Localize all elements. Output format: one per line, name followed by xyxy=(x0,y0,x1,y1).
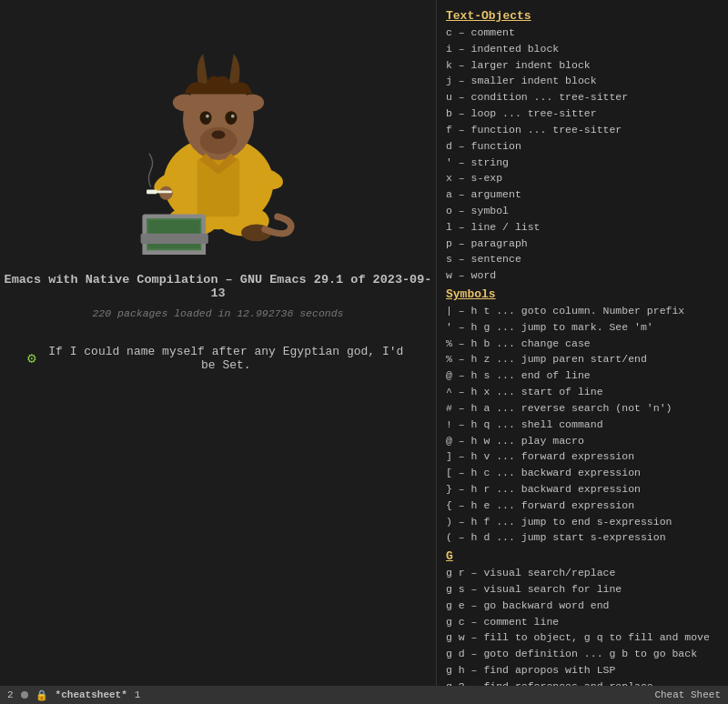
svg-point-20 xyxy=(240,95,264,112)
cheat-item: } – h r ... backward expression xyxy=(446,481,721,498)
cheat-item: { – h e ... forward expression xyxy=(446,498,721,514)
cheat-item: ! – h q ... shell command xyxy=(446,417,721,433)
cheat-item: l – line / list xyxy=(446,219,721,236)
cheat-item: k – larger indent block xyxy=(446,57,721,74)
cheat-item: o – symbol xyxy=(446,203,721,219)
cheat-item: g h – find apropos with LSP xyxy=(446,662,721,679)
svg-point-19 xyxy=(172,95,196,112)
cheat-item: a – argument xyxy=(446,186,721,203)
status-mode-name: Cheat Sheet xyxy=(654,689,721,700)
cheat-item: ' – string xyxy=(446,155,721,171)
cheat-item: x – s-exp xyxy=(446,170,721,186)
cheat-item: s – sentence xyxy=(446,251,721,267)
cheat-item: b – loop ... tree-sitter xyxy=(446,106,721,122)
cheat-item: g w – fill to object, g q to fill and mo… xyxy=(446,629,721,646)
status-dot xyxy=(21,691,28,699)
cheat-item: @ – h w ... play macro xyxy=(446,433,721,449)
cheat-item: p – paragraph xyxy=(446,236,721,252)
splash-message: ⚙ If I could name myself after any Egypt… xyxy=(0,345,436,372)
cheat-item: g d – goto definition ... g b to go back xyxy=(446,646,721,662)
status-buffer-num: 2 xyxy=(7,689,14,700)
left-panel: Emacs with Native Compilation – GNU Emac… xyxy=(0,0,437,704)
cheat-item: ^ – h x ... start of line xyxy=(446,384,721,400)
cheat-item: # – h a ... reverse search (not 'n') xyxy=(446,400,721,417)
section-header-g: G xyxy=(446,549,721,563)
svg-rect-10 xyxy=(155,190,172,193)
cheat-item: ' – h g ... jump to mark. See 'm' xyxy=(446,319,721,336)
cheat-item: % – h z ... jump paren start/end xyxy=(446,351,721,367)
svg-point-14 xyxy=(211,131,225,139)
status-window-num: 1 xyxy=(135,689,141,700)
svg-rect-24 xyxy=(140,234,207,244)
svg-point-9 xyxy=(159,186,173,200)
cheat-item: [ – h c ... backward expression xyxy=(446,465,721,481)
cheat-item: f – function ... tree-sitter xyxy=(446,122,721,138)
svg-point-18 xyxy=(230,115,234,118)
cheat-item: ( – h d ... jump start s-expression xyxy=(446,529,721,546)
gnu-mascot xyxy=(100,18,337,255)
subtitle: 220 packages loaded in 12.992736 seconds xyxy=(92,307,343,319)
right-panel[interactable]: Text-Objectsc – commenti – indented bloc… xyxy=(437,0,728,686)
cheat-item: c – comment xyxy=(446,25,721,41)
status-lock-icon: 🔒 xyxy=(35,689,48,701)
cheat-item: % – h b ... change case xyxy=(446,336,721,352)
svg-point-17 xyxy=(206,115,209,118)
cheat-item: ) – h f ... jump to end s-expression xyxy=(446,514,721,530)
cheat-item: @ – h s ... end of line xyxy=(446,367,721,384)
cheat-item: ] – h v ... forward expression xyxy=(446,448,721,465)
cheat-item: i – indented block xyxy=(446,41,721,57)
svg-point-15 xyxy=(199,111,211,125)
status-bar: 2 🔒 *cheatsheet* 1 Cheat Sheet xyxy=(0,686,728,704)
cheat-item: g c – comment line xyxy=(446,614,721,630)
cheat-item: j – smaller indent block xyxy=(446,73,721,89)
section-header-symbols: Symbols xyxy=(446,287,721,301)
cheat-item: g ? – find references and replace xyxy=(446,679,721,686)
cheat-item: g e – go backward word end xyxy=(446,598,721,614)
app-title: Emacs with Native Compilation – GNU Emac… xyxy=(0,273,436,300)
spinner-icon: ⚙ xyxy=(27,349,36,367)
cheat-item: w – word xyxy=(446,267,721,284)
cheat-item: d – function xyxy=(446,138,721,155)
section-header-text-objects: Text-Objects xyxy=(446,9,721,23)
cheat-item: g r – visual search/replace xyxy=(446,565,721,581)
svg-point-16 xyxy=(225,111,237,125)
cheat-item: | – h t ... goto column. Number prefix xyxy=(446,303,721,319)
cheat-item: g s – visual search for line xyxy=(446,581,721,598)
cheat-item: u – condition ... tree-sitter xyxy=(446,89,721,106)
status-filename: *cheatsheet* xyxy=(56,689,127,700)
svg-rect-11 xyxy=(147,190,157,195)
